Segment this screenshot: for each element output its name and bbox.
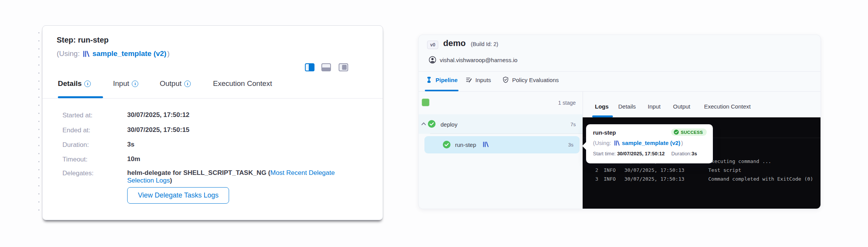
log-message: Test script bbox=[708, 167, 741, 173]
divider bbox=[419, 91, 821, 92]
template-link[interactable]: sample_template (v2) bbox=[622, 140, 681, 146]
timeout-value: 10m bbox=[127, 155, 140, 163]
tab-input-label: Input bbox=[113, 79, 129, 88]
popover-step-name: run-step bbox=[593, 129, 616, 136]
version-badge: v0 bbox=[427, 41, 438, 49]
tab-inputs[interactable]: Inputs bbox=[465, 76, 491, 83]
tab-inputs-label: Inputs bbox=[475, 77, 491, 83]
logtab-input[interactable]: Input bbox=[648, 103, 660, 110]
step-details-card: Step: run-step (Using: sample_template (… bbox=[42, 25, 383, 220]
duration-label: Duration: bbox=[671, 151, 691, 156]
info-icon[interactable]: i bbox=[184, 81, 191, 87]
resize-handle[interactable] bbox=[38, 32, 39, 213]
using-suffix: ) bbox=[681, 140, 683, 146]
step-title: Step: run-step bbox=[57, 36, 109, 44]
check-circle-icon bbox=[674, 130, 679, 135]
start-time-value: 30/07/2025, 17:50:12 bbox=[617, 151, 665, 156]
step-name: run-step bbox=[455, 142, 476, 148]
tab-execution-context-label: Execution Context bbox=[213, 79, 272, 88]
duration-value: 3s bbox=[127, 141, 134, 148]
logtab-logs[interactable]: Logs bbox=[595, 103, 609, 110]
delegates-suffix: ) bbox=[170, 177, 172, 184]
divider bbox=[43, 98, 383, 99]
tab-output-label: Output bbox=[160, 79, 182, 88]
check-circle-icon bbox=[428, 120, 436, 129]
started-at-label: Started at: bbox=[62, 112, 92, 119]
template-icon bbox=[82, 50, 90, 58]
logtab-details[interactable]: Details bbox=[618, 103, 636, 110]
status-badge-label: SUCCESS bbox=[681, 130, 703, 135]
logtab-output[interactable]: Output bbox=[673, 103, 690, 110]
step-using-line: (Using: sample_template (v2) ) bbox=[57, 49, 170, 58]
layout-float-button[interactable] bbox=[339, 63, 348, 73]
layout-split-icon bbox=[305, 63, 314, 71]
log-level: INFO bbox=[604, 167, 616, 173]
tab-pipeline-label: Pipeline bbox=[436, 77, 458, 83]
chevron-up-icon[interactable] bbox=[421, 121, 427, 127]
duration-value: 3s bbox=[691, 151, 697, 156]
step-duration: 3s bbox=[558, 142, 573, 148]
log-timestamp: 30/07/2025, 17:50:13 bbox=[624, 167, 685, 173]
stage-duration: 7s bbox=[560, 122, 576, 127]
delegates-label: Delegates: bbox=[62, 170, 93, 177]
template-link[interactable]: sample_template (v2) bbox=[92, 49, 166, 58]
log-timestamp: 30/07/2025, 17:50:13 bbox=[624, 176, 685, 182]
divider bbox=[419, 71, 821, 72]
timeout-label: Timeout: bbox=[62, 156, 88, 163]
build-id: (Build Id: 2) bbox=[471, 41, 498, 47]
stage-name: deploy bbox=[441, 121, 457, 128]
divider bbox=[430, 133, 583, 134]
avatar-icon bbox=[429, 56, 436, 64]
page: Step: run-step (Using: sample_template (… bbox=[0, 0, 868, 247]
log-line-number: 2 bbox=[595, 167, 598, 173]
started-at-value: 30/07/2025, 17:50:12 bbox=[127, 111, 190, 119]
execution-card: v0 demo (Build Id: 2) vishal.vishwaroop@… bbox=[418, 35, 821, 209]
ended-at-value: 30/07/2025, 17:50:15 bbox=[127, 126, 190, 134]
tab-pipeline[interactable]: Pipeline bbox=[426, 76, 458, 83]
view-delegate-tasks-logs-button[interactable]: View Delegate Tasks Logs bbox=[127, 187, 229, 204]
log-level: INFO bbox=[604, 176, 616, 182]
pipeline-name: demo bbox=[443, 38, 466, 48]
using-prefix: (Using: bbox=[593, 140, 611, 146]
step-status-popover: run-step SUCCESS (Using: sample_template… bbox=[586, 124, 713, 163]
info-icon[interactable]: i bbox=[84, 81, 91, 87]
stage-count: 1 stage bbox=[545, 100, 576, 106]
tab-input[interactable]: Input i bbox=[113, 79, 138, 88]
start-time-label: Start time: bbox=[593, 151, 616, 156]
layout-float-icon bbox=[339, 63, 348, 71]
log-message: Command completed with ExitCode (0) bbox=[708, 176, 813, 182]
using-suffix: ) bbox=[167, 49, 169, 58]
status-badge: SUCCESS bbox=[671, 128, 707, 136]
popover-meta: Start time: 30/07/2025, 17:50:12 Duratio… bbox=[593, 151, 697, 156]
delegates-text: helm-delegate for SHELL_SCRIPT_TASK_NG ( bbox=[127, 169, 270, 176]
tab-output[interactable]: Output i bbox=[160, 79, 191, 88]
tab-execution-context[interactable]: Execution Context bbox=[213, 79, 272, 88]
check-circle-icon bbox=[443, 141, 450, 150]
tab-details[interactable]: Details i bbox=[58, 79, 91, 88]
layout-bottom-icon bbox=[321, 63, 331, 71]
tab-policy-evaluations[interactable]: Policy Evaluations bbox=[502, 76, 559, 83]
using-prefix: (Using: bbox=[57, 49, 80, 58]
user-email: vishal.vishwaroop@harness.io bbox=[440, 57, 518, 63]
template-icon bbox=[614, 140, 620, 146]
layout-split-button[interactable] bbox=[305, 63, 314, 73]
layout-bottom-button[interactable] bbox=[321, 63, 331, 73]
inputs-icon bbox=[465, 76, 472, 83]
popover-using-line: (Using: sample_template (v2) ) bbox=[593, 140, 683, 146]
logtab-execution-context[interactable]: Execution Context bbox=[704, 103, 751, 110]
template-icon bbox=[482, 141, 489, 149]
log-line-number: 3 bbox=[595, 176, 598, 182]
ended-at-label: Ended at: bbox=[62, 127, 90, 134]
info-icon[interactable]: i bbox=[132, 81, 138, 87]
duration-label: Duration: bbox=[62, 141, 89, 149]
tab-details-label: Details bbox=[58, 79, 82, 88]
log-message: Executing command ... bbox=[708, 158, 771, 164]
pipeline-icon bbox=[426, 76, 432, 83]
stage-square-icon[interactable] bbox=[422, 99, 429, 106]
delegates-value: helm-delegate for SHELL_SCRIPT_TASK_NG (… bbox=[127, 169, 363, 184]
triggered-by: vishal.vishwaroop@harness.io bbox=[429, 56, 518, 64]
tab-policy-evaluations-label: Policy Evaluations bbox=[512, 77, 559, 83]
policy-shield-icon bbox=[502, 76, 509, 83]
